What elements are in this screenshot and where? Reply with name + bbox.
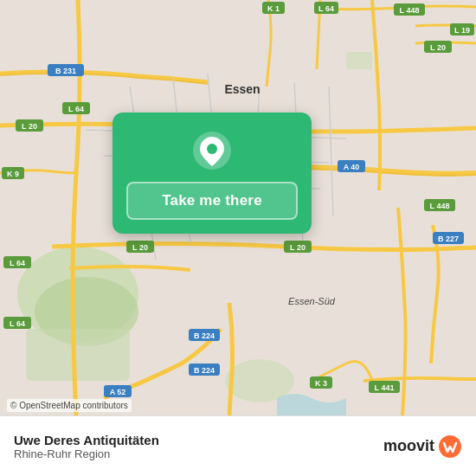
svg-text:L 20: L 20 bbox=[22, 122, 37, 131]
take-me-there-button[interactable]: Take me there bbox=[126, 182, 298, 220]
svg-point-60 bbox=[207, 144, 217, 154]
svg-text:K 9: K 9 bbox=[7, 170, 19, 178]
moovit-brand-text: moovit bbox=[383, 437, 434, 455]
moovit-logo: moovit bbox=[383, 434, 462, 459]
navigation-card: Take me there bbox=[113, 113, 312, 234]
svg-text:L 64: L 64 bbox=[10, 259, 25, 267]
svg-text:L 64: L 64 bbox=[318, 4, 334, 13]
svg-text:L 441: L 441 bbox=[375, 383, 395, 392]
svg-text:L 20: L 20 bbox=[132, 243, 148, 252]
svg-text:A 40: A 40 bbox=[344, 163, 360, 171]
svg-text:L 20: L 20 bbox=[290, 243, 306, 252]
svg-text:B 224: B 224 bbox=[194, 366, 215, 375]
info-bar: Uwe Deres Antiquitäten Rhine-Ruhr Region… bbox=[0, 415, 476, 476]
svg-text:L 448: L 448 bbox=[430, 202, 450, 210]
map-attribution: © OpenStreetMap contributors bbox=[7, 399, 132, 412]
location-pin-icon bbox=[191, 130, 233, 171]
svg-rect-5 bbox=[346, 52, 372, 69]
svg-text:L 19: L 19 bbox=[454, 26, 470, 35]
svg-text:L 20: L 20 bbox=[430, 43, 446, 52]
svg-rect-3 bbox=[26, 329, 130, 381]
svg-text:Essen: Essen bbox=[224, 82, 260, 96]
svg-text:K 3: K 3 bbox=[315, 379, 327, 388]
place-name: Uwe Deres Antiquitäten bbox=[14, 433, 159, 447]
svg-text:B 231: B 231 bbox=[55, 67, 76, 75]
moovit-brand-icon bbox=[438, 434, 462, 459]
map-container: B 231 L 64 L 64 K 1 L 448 L 20 L 19 K 9 … bbox=[0, 0, 476, 415]
place-info: Uwe Deres Antiquitäten Rhine-Ruhr Region bbox=[14, 433, 159, 460]
svg-text:A 52: A 52 bbox=[110, 388, 126, 396]
svg-text:K 1: K 1 bbox=[267, 4, 280, 13]
svg-text:L 448: L 448 bbox=[400, 6, 420, 15]
svg-text:B 227: B 227 bbox=[438, 235, 459, 243]
svg-text:B 224: B 224 bbox=[194, 331, 215, 340]
svg-text:Essen-Süd: Essen-Süd bbox=[288, 296, 336, 306]
svg-text:L 64: L 64 bbox=[68, 105, 84, 113]
svg-text:L 64: L 64 bbox=[10, 319, 25, 328]
place-region: Rhine-Ruhr Region bbox=[14, 447, 159, 460]
